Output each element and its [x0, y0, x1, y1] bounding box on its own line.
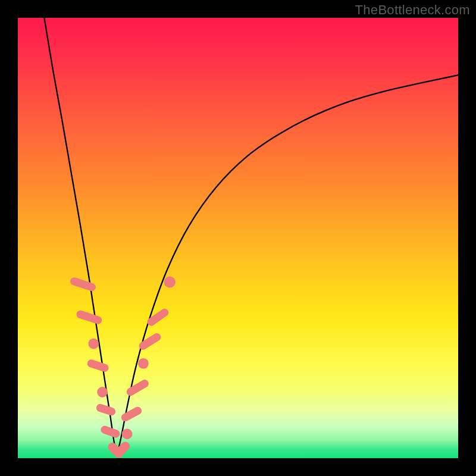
- data-point-cluster: [125, 378, 150, 397]
- data-point-cluster: [120, 405, 143, 422]
- data-point: [88, 339, 99, 349]
- data-point: [122, 428, 133, 439]
- watermark-text: TheBottleneck.com: [355, 2, 470, 18]
- data-point-cluster: [99, 425, 121, 439]
- curve-right-branch: [117, 75, 459, 456]
- data-point-cluster: [76, 309, 103, 325]
- data-point-cluster: [69, 277, 96, 292]
- data-point-cluster: [86, 359, 109, 373]
- bottleneck-curve-chart: [18, 18, 458, 458]
- data-point-cluster: [95, 403, 117, 416]
- data-point-cluster: [137, 331, 162, 351]
- data-point: [138, 358, 149, 369]
- marker-layer: [69, 276, 176, 459]
- data-point: [164, 276, 176, 287]
- data-point: [97, 387, 108, 397]
